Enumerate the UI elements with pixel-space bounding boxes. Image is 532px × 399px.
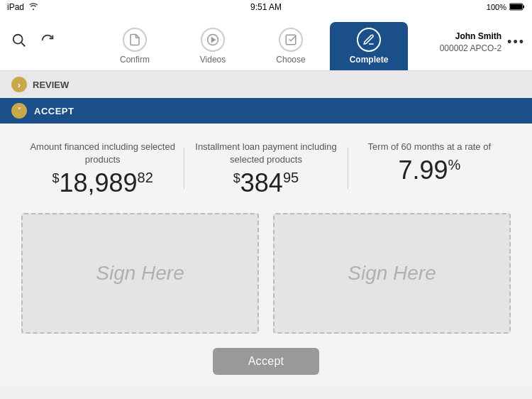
financial-item-1: Installment loan payment including selec… bbox=[184, 141, 347, 196]
complete-label: Complete bbox=[350, 55, 389, 65]
review-label: REVIEW bbox=[33, 80, 69, 90]
svg-rect-1 bbox=[510, 4, 522, 9]
top-bar-icons bbox=[0, 33, 71, 53]
sign-box-0[interactable]: Sign Here bbox=[21, 213, 259, 334]
financial-item-0: Amount financed including selected produ… bbox=[21, 141, 184, 196]
wifi-icon bbox=[28, 2, 38, 13]
fin-label-0: Amount financed including selected produ… bbox=[21, 141, 184, 166]
sign-box-1[interactable]: Sign Here bbox=[273, 213, 511, 334]
user-name: John Smith bbox=[440, 31, 501, 43]
fin-cents-1: 95 bbox=[283, 170, 299, 185]
step-complete[interactable]: Complete bbox=[330, 22, 408, 70]
battery-label: 100% bbox=[487, 3, 506, 11]
fin-value-2: 7.99% bbox=[398, 158, 460, 183]
svg-point-3 bbox=[13, 34, 23, 43]
refresh-icon[interactable] bbox=[40, 33, 55, 53]
fin-value-0: $18,98982 bbox=[52, 170, 153, 196]
accept-button[interactable]: Accept bbox=[213, 348, 320, 375]
step-videos[interactable]: Videos bbox=[174, 28, 252, 70]
status-bar: iPad 9:51 AM 100% bbox=[0, 0, 532, 14]
accept-bar-label: ACCEPT bbox=[34, 106, 74, 116]
fin-label-2: Term of 60 months at a rate of bbox=[368, 141, 491, 153]
fin-whole-0: 18,989 bbox=[59, 168, 137, 197]
battery-icon bbox=[509, 3, 525, 12]
videos-label: Videos bbox=[200, 55, 226, 65]
svg-line-4 bbox=[21, 43, 25, 46]
financial-row: Amount financed including selected produ… bbox=[21, 141, 511, 196]
fin-cents-2: % bbox=[448, 157, 460, 173]
financial-item-2: Term of 60 months at a rate of 7.99% bbox=[348, 141, 511, 183]
choose-label: Choose bbox=[276, 55, 305, 65]
review-crumb[interactable]: › REVIEW bbox=[11, 77, 69, 92]
sign-label-1: Sign Here bbox=[348, 262, 436, 285]
breadcrumb-bar: › REVIEW bbox=[0, 71, 532, 98]
review-crumb-icon: › bbox=[11, 77, 27, 92]
videos-icon bbox=[201, 28, 225, 52]
status-time: 9:51 AM bbox=[250, 2, 282, 12]
fin-label-1: Installment loan payment including selec… bbox=[184, 141, 347, 166]
sign-label-0: Sign Here bbox=[96, 262, 184, 285]
search-icon[interactable] bbox=[11, 33, 27, 53]
confirm-icon bbox=[123, 28, 147, 52]
step-choose[interactable]: Choose bbox=[252, 28, 330, 70]
more-icon[interactable]: ••• bbox=[507, 35, 525, 50]
accept-bar: ˅ ACCEPT bbox=[0, 98, 532, 124]
accept-button-row: Accept bbox=[21, 348, 511, 375]
svg-marker-6 bbox=[212, 38, 216, 42]
fin-whole-1: 384 bbox=[240, 168, 283, 197]
top-bar: Confirm Videos Choose Complete John Smit… bbox=[0, 14, 532, 71]
user-id: 000002 APCO-2 bbox=[440, 43, 501, 55]
device-label: iPad bbox=[7, 2, 24, 12]
confirm-label: Confirm bbox=[120, 55, 150, 65]
svg-rect-7 bbox=[286, 35, 296, 45]
user-info: John Smith 000002 APCO-2 ••• bbox=[433, 31, 532, 55]
step-confirm[interactable]: Confirm bbox=[96, 28, 174, 70]
fin-value-1: $38495 bbox=[233, 170, 299, 196]
main-content: Amount financed including selected produ… bbox=[0, 124, 532, 386]
fin-cents-0: 82 bbox=[138, 170, 153, 185]
svg-rect-2 bbox=[523, 5, 524, 8]
accept-bar-icon: ˅ bbox=[11, 103, 27, 119]
sign-row: Sign Here Sign Here bbox=[21, 213, 511, 334]
nav-steps: Confirm Videos Choose Complete bbox=[71, 14, 433, 70]
complete-icon bbox=[357, 28, 381, 52]
choose-icon bbox=[279, 28, 303, 52]
fin-whole-2: 7.99 bbox=[398, 155, 448, 185]
